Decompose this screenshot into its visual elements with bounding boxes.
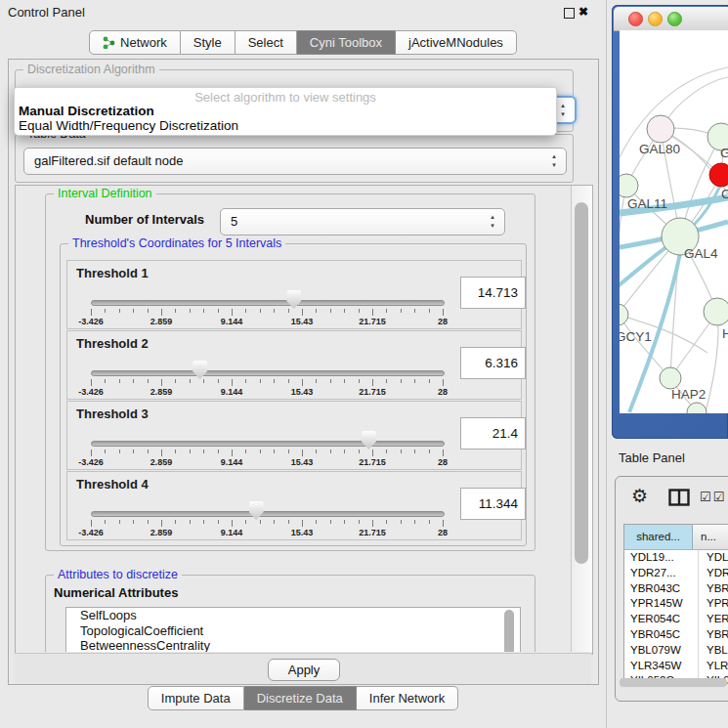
slider-thumb[interactable]: [362, 431, 376, 450]
slider-tick-label: 21.715: [359, 317, 386, 326]
network-node[interactable]: [620, 304, 628, 325]
tab-style[interactable]: Style: [181, 30, 236, 55]
cell-name[interactable]: YDL1: [699, 550, 728, 566]
cell-shared-name[interactable]: YBR043C: [624, 581, 699, 597]
table-row[interactable]: YLR345WYLR3: [624, 659, 728, 674]
attribute-list-item[interactable]: TopologicalCoefficient: [66, 623, 520, 639]
slider-thumb[interactable]: [249, 501, 264, 520]
traffic-light-minimize-icon[interactable]: [648, 12, 663, 26]
table-row[interactable]: YBR045CYBR0: [624, 627, 728, 643]
slider-tick: [203, 379, 204, 383]
cell-shared-name[interactable]: YBL079W: [624, 643, 699, 659]
node-table: shared... n... YDL19...YDL1YDR27...YDR2Y…: [623, 524, 728, 684]
traffic-light-zoom-icon[interactable]: [667, 12, 682, 26]
tab-network[interactable]: Network: [89, 30, 181, 55]
threshold-value-field[interactable]: 14.713: [460, 277, 526, 309]
table-row[interactable]: YER054CYER0: [624, 612, 728, 627]
float-panel-icon[interactable]: [564, 8, 575, 19]
vertical-scrollbar-thumb[interactable]: [575, 202, 588, 564]
threshold-value-field[interactable]: 6.316: [460, 347, 526, 379]
cell-shared-name[interactable]: YBR045C: [624, 627, 699, 643]
slider-thumb[interactable]: [286, 290, 301, 309]
attribute-list-item[interactable]: SelfLoops: [66, 608, 520, 623]
slider-tick: [288, 379, 289, 383]
cell-shared-name[interactable]: YDL19...: [624, 550, 699, 566]
cell-shared-name[interactable]: YDR27...: [624, 566, 699, 581]
slider-tick: [274, 379, 275, 383]
column-header-shared-name[interactable]: shared...: [624, 525, 693, 549]
cell-shared-name[interactable]: YLR345W: [624, 659, 699, 674]
vertical-scrollbar-track[interactable]: [571, 186, 592, 652]
slider-track[interactable]: [91, 441, 445, 447]
slider-tick: [316, 450, 317, 453]
traffic-light-close-icon[interactable]: [628, 12, 643, 26]
network-node[interactable]: [620, 174, 638, 197]
control-panel: Control Panel ✖ NetworkStyleSelectCyni T…: [0, 0, 607, 728]
cell-name[interactable]: YDR2: [699, 566, 728, 581]
combobox-stepper-icon: [488, 212, 497, 230]
network-node[interactable]: [709, 163, 728, 187]
table-row[interactable]: YDL19...YDL1: [624, 550, 728, 566]
network-node[interactable]: [660, 367, 681, 389]
cell-shared-name[interactable]: YPR145W: [624, 596, 699, 612]
cell-name[interactable]: YBR0: [699, 627, 728, 643]
bottom-tab-impute-data[interactable]: Impute Data: [148, 686, 244, 710]
slider-tick: [344, 379, 345, 383]
network-node-label: HAP2: [671, 387, 706, 402]
attributes-groupbox: Attributes to discretize Numerical Attri…: [45, 575, 535, 652]
checkbox-icons[interactable]: ☑☑: [700, 490, 726, 504]
split-columns-icon[interactable]: [668, 489, 690, 506]
bottom-tab-discretize-data[interactable]: Discretize Data: [244, 686, 357, 710]
slider-thumb[interactable]: [193, 361, 207, 379]
cell-name[interactable]: YBL0: [699, 643, 728, 659]
network-node-label: GAL80: [639, 142, 680, 156]
slider-tick: [175, 379, 176, 383]
tab-jactivemnodules[interactable]: jActiveMNodules: [396, 30, 517, 55]
attribute-list-item[interactable]: BetweennessCentrality: [66, 638, 520, 652]
slider-tick-label: 28: [438, 528, 448, 537]
cell-name[interactable]: YER0: [699, 612, 728, 627]
tab-cyni-toolbox[interactable]: Cyni Toolbox: [297, 30, 396, 55]
cell-shared-name[interactable]: YER054C: [624, 612, 699, 627]
slider-tick: [386, 309, 387, 313]
list-scrollbar-thumb[interactable]: [504, 610, 514, 652]
tab-label: Cyni Toolbox: [310, 31, 382, 54]
bottom-tab-infer-network[interactable]: Infer Network: [357, 686, 458, 710]
slider-track[interactable]: [91, 370, 445, 376]
table-row[interactable]: YPR145WYPR1: [624, 596, 728, 612]
network-icon: [103, 36, 115, 49]
column-header-name[interactable]: n...: [693, 525, 728, 549]
control-panel-title: Control Panel: [8, 5, 85, 20]
table-row[interactable]: YBL079WYBL0: [624, 643, 728, 659]
screen: Control Panel ✖ NetworkStyleSelectCyni T…: [0, 0, 728, 728]
gear-icon[interactable]: ⚙: [631, 485, 648, 507]
slider-track[interactable]: [91, 300, 445, 306]
threshold-value-field[interactable]: 21.4: [460, 417, 526, 450]
menu-item-manual-discretization[interactable]: Manual Discretization: [19, 104, 154, 118]
network-node[interactable]: [647, 115, 674, 143]
threshold-box: Threshold 3-3.4262.8599.14415.4321.71528…: [66, 401, 522, 470]
network-window-titlebar[interactable]: [614, 7, 728, 31]
apply-button[interactable]: Apply: [268, 659, 340, 681]
cell-name[interactable]: YBR0: [699, 581, 728, 597]
cell-name[interactable]: YLR3: [699, 659, 728, 674]
network-canvas[interactable]: GAL80GAL11GAL4GCY1HAP2GCH: [620, 30, 728, 413]
slider-track[interactable]: [91, 511, 445, 517]
threshold-value-field[interactable]: 11.344: [460, 488, 526, 520]
table-row[interactable]: YBR043CYBR0: [624, 581, 728, 597]
cell-name[interactable]: YPR1: [699, 596, 728, 612]
menu-item-equal-width-frequency[interactable]: Equal Width/Frequency Discretization: [19, 118, 238, 133]
horizontal-scrollbar-thumb[interactable]: [620, 678, 727, 687]
slider-tick: [359, 520, 360, 524]
tab-select[interactable]: Select: [236, 30, 297, 55]
number-of-intervals-combobox[interactable]: 5: [220, 208, 505, 236]
threshold-label: Threshold 3: [76, 407, 149, 421]
table-row[interactable]: YDR27...YDR2: [624, 566, 728, 581]
slider-tick: [161, 379, 162, 386]
table-data-groupbox: Table Data galFiltered.sif default node: [15, 134, 574, 183]
network-view-window[interactable]: GAL80GAL11GAL4GCY1HAP2GCH: [612, 5, 728, 439]
close-icon[interactable]: ✖: [578, 5, 588, 19]
table-data-combobox[interactable]: galFiltered.sif default node: [23, 148, 567, 175]
network-node[interactable]: [704, 298, 728, 325]
threshold-box: Threshold 2-3.4262.8599.14415.4321.71528…: [66, 330, 522, 400]
